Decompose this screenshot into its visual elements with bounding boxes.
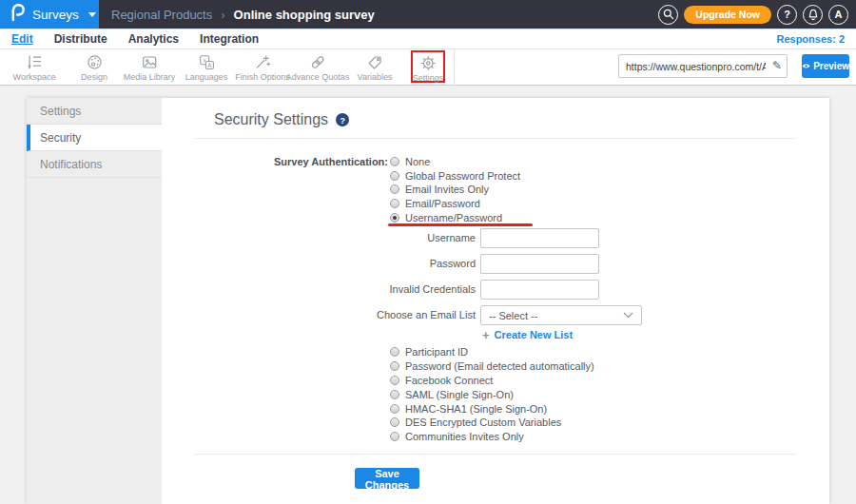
settings-sidebar: Settings Security Notifications xyxy=(27,98,162,504)
toolbar-item-finish-options[interactable]: Finish Options xyxy=(235,53,290,82)
radio-option-password-email-detected[interactable]: Password (Email detected automatically) xyxy=(390,359,594,374)
radio-option-communities-invites[interactable]: Communities Invites Only xyxy=(390,430,594,444)
radio-icon xyxy=(390,417,399,427)
edit-url-icon[interactable]: ✎ xyxy=(772,59,782,72)
radio-option-des-encrypted[interactable]: DES Encrypted Custom Variables xyxy=(390,416,594,430)
toolbar-item-label: Variables xyxy=(358,72,393,82)
tab-integration[interactable]: Integration xyxy=(200,32,259,46)
radio-icon xyxy=(390,404,399,414)
surveys-menu-label: Surveys xyxy=(32,8,79,22)
radio-option-username-password[interactable]: Username/Password xyxy=(390,210,520,224)
toolbar-item-label: Finish Options xyxy=(235,72,290,82)
topbar-actions: Upgrade Now ? A xyxy=(658,0,848,29)
sidebar-item-settings[interactable]: Settings xyxy=(27,98,162,125)
email-list-selected-value: -- Select -- xyxy=(489,310,537,321)
survey-url-field-wrap: ✎ xyxy=(618,54,788,78)
radio-checked-icon xyxy=(390,213,399,223)
surveys-menu[interactable]: Surveys xyxy=(0,0,99,29)
toolbar-item-label: Media Library xyxy=(124,72,176,82)
radio-option-global-password-protect[interactable]: Global Password Protect xyxy=(390,169,520,184)
preview-button-label: Preview xyxy=(813,61,849,71)
chevron-down-icon xyxy=(88,12,96,17)
toolbar-item-design[interactable]: Design xyxy=(81,53,107,82)
media-library-icon xyxy=(141,53,159,71)
help-button[interactable]: ? xyxy=(777,5,797,25)
sidebar-item-notifications[interactable]: Notifications xyxy=(27,151,162,178)
radio-option-facebook-connect[interactable]: Facebook Connect xyxy=(390,374,594,388)
radio-option-saml[interactable]: SAML (Single Sign-On) xyxy=(390,387,594,401)
toolbar-item-variables[interactable]: Variables xyxy=(358,53,393,82)
bell-icon xyxy=(807,9,819,21)
responses-count[interactable]: Responses: 2 xyxy=(776,33,845,45)
email-list-select[interactable]: -- Select -- xyxy=(480,305,642,325)
create-new-list-link[interactable]: + Create New List xyxy=(482,329,573,340)
email-list-label: Choose an Email List xyxy=(285,305,476,325)
divider xyxy=(195,454,796,455)
toolbar-item-advance-quotas[interactable]: Advance Quotas xyxy=(286,53,350,82)
nav-tabs: Edit Distribute Analytics Integration Re… xyxy=(0,29,856,49)
workspace-icon xyxy=(25,53,43,71)
design-icon xyxy=(85,53,103,71)
password-input[interactable] xyxy=(480,254,599,274)
questionpro-logo-icon xyxy=(10,3,25,26)
toolbar-item-languages[interactable]: x A Languages xyxy=(185,53,228,82)
invalid-credentials-label: Invalid Credentials xyxy=(285,280,476,300)
settings-highlight-annotation: Settings xyxy=(411,50,445,83)
radio-icon xyxy=(390,184,399,194)
preview-button[interactable]: Preview xyxy=(802,54,849,78)
radio-icon xyxy=(390,390,399,399)
radio-icon xyxy=(390,432,399,441)
eye-icon xyxy=(802,62,810,70)
radio-option-email-invites-only[interactable]: Email Invites Only xyxy=(390,183,520,197)
tab-analytics[interactable]: Analytics xyxy=(128,32,179,46)
toolbar-item-workspace[interactable]: Workspace xyxy=(13,53,56,82)
toolbar-item-label: Settings xyxy=(413,73,444,83)
save-changes-button[interactable]: Save Changes xyxy=(355,468,419,489)
svg-text:A: A xyxy=(207,62,212,68)
settings-card: Settings Security Notifications Security… xyxy=(27,98,829,504)
chevron-down-icon xyxy=(623,312,633,319)
invalid-credentials-input[interactable] xyxy=(480,280,599,300)
tab-edit[interactable]: Edit xyxy=(11,32,33,46)
search-icon xyxy=(663,9,674,20)
toolbar-item-media-library[interactable]: Media Library xyxy=(124,53,176,82)
auth-options-top: None Global Password Protect Email Invit… xyxy=(390,155,520,224)
upgrade-now-button[interactable]: Upgrade Now xyxy=(684,6,771,24)
radio-icon xyxy=(390,157,399,166)
toolbar-divider xyxy=(454,49,455,86)
toolbar-item-settings[interactable]: Settings xyxy=(413,54,444,83)
notifications-button[interactable] xyxy=(803,5,823,25)
radio-option-email-password[interactable]: Email/Password xyxy=(390,197,520,211)
radio-icon xyxy=(390,376,399,385)
finish-options-icon xyxy=(254,53,272,71)
breadcrumb-survey-title: Online shopping survey xyxy=(234,8,375,22)
help-icon[interactable]: ? xyxy=(336,113,349,126)
password-label: Password xyxy=(285,254,476,274)
username-label: Username xyxy=(285,228,476,248)
survey-url-input[interactable] xyxy=(619,55,787,77)
top-bar: Surveys Regional Products › Online shopp… xyxy=(0,0,856,29)
page-title: Security Settings xyxy=(214,111,328,128)
languages-icon: x A xyxy=(197,53,215,71)
divider xyxy=(195,138,796,139)
toolbar-item-label: Workspace xyxy=(13,72,56,82)
settings-gear-icon xyxy=(419,54,438,72)
username-input[interactable] xyxy=(480,228,599,248)
auth-options-bottom: Participant ID Password (Email detected … xyxy=(390,345,594,444)
red-underline-annotation xyxy=(388,223,533,226)
toolbar-item-label: Design xyxy=(81,72,107,82)
sidebar-item-security[interactable]: Security xyxy=(27,125,162,151)
toolbar-item-label: Advance Quotas xyxy=(286,72,350,82)
avatar[interactable]: A xyxy=(828,5,848,25)
radio-icon xyxy=(390,361,399,371)
security-settings-panel: Security Settings ? Survey Authenticatio… xyxy=(162,98,829,504)
radio-option-participant-id[interactable]: Participant ID xyxy=(390,345,594,359)
radio-option-none[interactable]: None xyxy=(390,155,520,169)
radio-icon xyxy=(390,199,399,208)
breadcrumb-folder[interactable]: Regional Products xyxy=(111,8,212,22)
tab-distribute[interactable]: Distribute xyxy=(54,32,107,46)
radio-option-hmac-sha1[interactable]: HMAC-SHA1 (Single Sign-On) xyxy=(390,401,594,416)
search-button[interactable] xyxy=(658,5,678,25)
breadcrumb-separator: › xyxy=(221,8,224,22)
edit-toolbar: Workspace Design Media Library x A Langu… xyxy=(0,49,856,86)
